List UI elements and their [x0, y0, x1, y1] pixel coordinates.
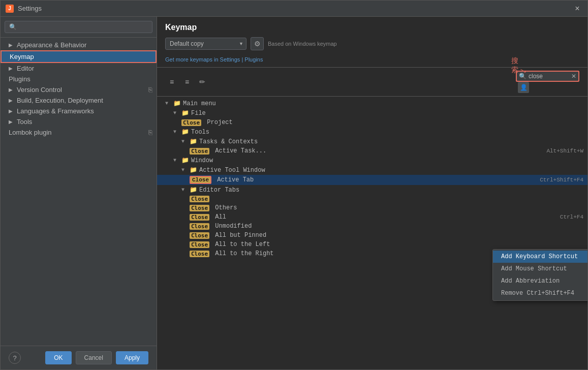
sidebar-item-keymap[interactable]: Keymap	[1, 50, 157, 63]
find-in-tree-button[interactable]: 👤	[518, 82, 529, 93]
keymap-dropdown[interactable]: Default copy	[165, 38, 246, 50]
node-label: All to the Left	[211, 241, 270, 248]
context-menu-item-add-keyboard[interactable]: Add Keyboard Shortcut	[493, 251, 587, 263]
search-input[interactable]	[529, 73, 569, 80]
sidebar-item-plugins[interactable]: Plugins	[1, 74, 157, 84]
node-label: All but Pinned	[211, 232, 266, 239]
sidebar-item-label: Appearance & Behavior	[17, 41, 86, 49]
search-area: 搜索 → 🔍 ✕ 👤	[516, 71, 579, 93]
tree-node-tasks-contexts[interactable]: ▼ 📁 Tasks & Contexts	[157, 137, 587, 146]
node-highlight: Close	[190, 176, 211, 184]
node-highlight: Close	[190, 205, 209, 211]
footer-buttons: OK Cancel Apply	[45, 351, 148, 364]
node-label: File	[191, 110, 206, 117]
tree-node-close-active-tab[interactable]: Close Active Tab Ctrl+Shift+F4	[157, 175, 587, 185]
tree-node-file[interactable]: ▼ 📁 File	[157, 108, 587, 118]
node-label: Main menu	[183, 100, 216, 107]
chevron-down-icon: ▼	[181, 139, 188, 144]
cancel-button[interactable]: Cancel	[76, 351, 112, 364]
node-label: Active Task...	[211, 147, 266, 155]
tree-node-close-all-but-pinned[interactable]: Close All but Pinned	[157, 231, 587, 240]
main-panel: Keymap Default copy ⚙ Based on Windows k…	[157, 17, 587, 369]
node-highlight: Close	[190, 223, 209, 230]
close-window-button[interactable]: ×	[572, 4, 582, 14]
plugin-link[interactable]: Get more keymaps in Settings | Plugins	[165, 56, 263, 63]
dialog-footer: ? OK Cancel Apply	[1, 346, 157, 369]
sidebar-item-lombok[interactable]: Lombok plugin ⎘	[1, 127, 157, 138]
sidebar-item-appearance[interactable]: ▶ Appearance & Behavior	[1, 40, 157, 50]
title-bar: J Settings ×	[1, 1, 587, 17]
tree-node-close-project[interactable]: Close Project	[157, 118, 587, 127]
collapse-all-button[interactable]: ≡	[180, 75, 194, 88]
menu-item-label: Add Keyboard Shortcut	[501, 253, 578, 260]
copy-icon: ⎘	[148, 86, 152, 94]
menu-item-label: Add Abbreviation	[501, 278, 560, 285]
node-label: Project	[203, 119, 233, 126]
tree-node-main-menu[interactable]: ▼ 📁 Main menu	[157, 99, 587, 108]
tree-node-close-unmodified[interactable]: Close Unmodified	[157, 222, 587, 231]
clear-search-button[interactable]: ✕	[571, 73, 576, 80]
sidebar-search-area	[1, 17, 157, 38]
sidebar-item-build[interactable]: ▶ Build, Execution, Deployment	[1, 95, 157, 106]
chevron-down-icon: ▼	[173, 110, 179, 116]
context-menu-item-remove[interactable]: Remove Ctrl+Shift+F4	[493, 287, 587, 299]
tree-node-active-tool-window[interactable]: ▼ 📁 Active Tool Window	[157, 165, 587, 175]
node-label: Active Tab	[213, 176, 254, 183]
folder-icon: 📁	[190, 166, 197, 174]
node-highlight: Close	[190, 241, 209, 248]
keymap-dropdown-wrap: Default copy	[165, 38, 246, 50]
context-menu-item-add-abbreviation[interactable]: Add Abbreviation	[493, 275, 587, 287]
folder-icon: 📁	[173, 100, 181, 107]
keymap-tree: ▼ 📁 Main menu ▼ 📁 File Close Project	[157, 97, 587, 369]
sidebar-item-label: Version Control	[17, 86, 62, 94]
chevron-down-icon: ▼	[181, 167, 188, 173]
menu-item-label: Add Mouse Shortcut	[501, 265, 567, 272]
apply-button[interactable]: Apply	[116, 351, 148, 364]
app-icon: J	[6, 5, 14, 13]
chevron-right-icon: ▶	[9, 66, 13, 71]
chevron-down-icon: ▼	[173, 129, 179, 135]
node-label: All to the Right	[211, 250, 273, 257]
folder-icon: 📁	[181, 128, 189, 136]
main-header: Keymap Default copy ⚙ Based on Windows k…	[157, 17, 587, 68]
chevron-right-icon: ▶	[9, 119, 13, 125]
copy-icon: ⎘	[148, 129, 152, 136]
shortcut-label: Ctrl+Shift+F4	[540, 177, 583, 183]
help-button[interactable]: ?	[9, 352, 21, 364]
gear-button[interactable]: ⚙	[251, 37, 264, 50]
tree-node-close-others[interactable]: Close Others	[157, 203, 587, 212]
node-highlight: Close	[190, 148, 209, 155]
settings-window: J Settings × ▶ Appearance & Behavior Key…	[0, 0, 588, 370]
expand-all-button[interactable]: ≡	[165, 75, 178, 88]
sidebar-item-label: Plugins	[9, 75, 30, 83]
sidebar: ▶ Appearance & Behavior Keymap ▶ Editor …	[1, 17, 157, 369]
tree-node-close-all-left[interactable]: Close All to the Left	[157, 240, 587, 249]
edit-button[interactable]: ✏	[196, 75, 209, 88]
sidebar-item-editor[interactable]: ▶ Editor	[1, 63, 157, 74]
page-title: Keymap	[165, 23, 579, 32]
tree-node-close-active-task[interactable]: Close Active Task... Alt+Shift+W	[157, 146, 587, 156]
sidebar-search-input[interactable]	[5, 21, 152, 33]
chevron-right-icon: ▶	[9, 98, 13, 103]
node-label: Others	[211, 204, 237, 211]
node-highlight: Close	[190, 196, 209, 202]
sidebar-tree: ▶ Appearance & Behavior Keymap ▶ Editor …	[1, 38, 157, 346]
node-label: Editor Tabs	[199, 187, 239, 194]
sidebar-item-languages[interactable]: ▶ Languages & Frameworks	[1, 106, 157, 116]
context-menu-item-add-mouse[interactable]: Add Mouse Shortcut	[493, 263, 587, 275]
sidebar-item-tools[interactable]: ▶ Tools	[1, 116, 157, 127]
ok-button[interactable]: OK	[45, 351, 71, 364]
tree-node-close[interactable]: Close	[157, 195, 587, 203]
window-title: Settings	[18, 5, 572, 12]
tree-node-window[interactable]: ▼ 📁 Window	[157, 156, 587, 165]
sidebar-item-version-control[interactable]: ▶ Version Control ⎘	[1, 84, 157, 95]
node-highlight: Close	[190, 214, 209, 221]
sidebar-item-label: Build, Execution, Deployment	[17, 97, 103, 104]
chevron-down-icon: ▼	[181, 187, 188, 193]
tree-node-close-all[interactable]: Close All Ctrl+F4	[157, 212, 587, 222]
keymap-hint: Based on Windows keymap	[268, 41, 337, 47]
tree-node-tools[interactable]: ▼ 📁 Tools	[157, 127, 587, 137]
sidebar-item-label: Editor	[17, 65, 34, 72]
tree-node-editor-tabs[interactable]: ▼ 📁 Editor Tabs	[157, 185, 587, 195]
chevron-right-icon: ▶	[9, 42, 13, 48]
